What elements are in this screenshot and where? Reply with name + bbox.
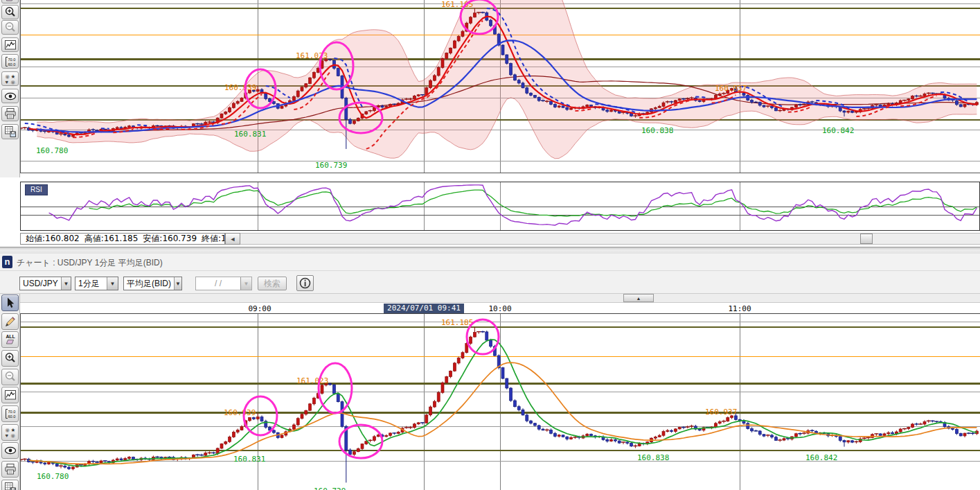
grid-save-icon <box>3 125 17 139</box>
svg-text:160.842: 160.842 <box>822 126 854 135</box>
svg-text:70.0: 70.0 <box>8 410 15 414</box>
scale-range-icon: 70.060.0 <box>3 407 17 421</box>
chart-type-value: 平均足(BID) <box>124 278 174 290</box>
favorites-button[interactable]: ◉★♥◉ <box>1 424 19 441</box>
svg-text:ALL: ALL <box>6 334 15 339</box>
info-button[interactable] <box>296 275 314 291</box>
erase-all-button[interactable]: ALL <box>1 331 19 348</box>
svg-text:161.023: 161.023 <box>296 376 328 385</box>
info-icon <box>299 277 311 289</box>
print-button[interactable] <box>1 461 19 478</box>
svg-text:160.937: 160.937 <box>705 408 737 417</box>
svg-text:160.939: 160.939 <box>224 408 256 417</box>
print-icon <box>3 462 17 476</box>
bottom-chart-pane: n チャート : USD/JPY 1分足 平均足(BID) USD/JPY ▼ … <box>0 254 980 490</box>
time-axis-label: 09:00 <box>248 304 271 313</box>
favorites-icon: ◉★♥◉ <box>3 426 17 439</box>
zoom-out-icon <box>3 21 17 35</box>
time-axis-label: 10:00 <box>488 304 511 313</box>
favorites-button[interactable]: ◉★♥◉ <box>1 71 19 86</box>
print-button[interactable] <box>1 106 19 121</box>
rsi-label-badge: RSI <box>25 184 48 195</box>
trading-app-window: ALL70.060.0◉★♥◉ 161.185161.023160.939160… <box>0 0 980 490</box>
scrollbar-track[interactable] <box>240 233 980 245</box>
svg-text:160.780: 160.780 <box>36 146 68 155</box>
timeframe-value: 1分足 <box>75 278 107 290</box>
search-button[interactable]: 検索 <box>258 277 287 290</box>
close-value: 終値:161.101 <box>202 233 225 245</box>
chevron-down-icon: ▼ <box>61 277 71 290</box>
zoom-out-icon <box>3 370 17 384</box>
svg-text:161.185: 161.185 <box>441 318 473 327</box>
zoom-in-button[interactable] <box>1 350 19 367</box>
select-cursor-icon <box>3 296 17 310</box>
zoom-in-button[interactable] <box>1 5 19 19</box>
scrollbar-left-arrow[interactable]: ◄ <box>225 233 240 245</box>
top-price-chart-canvas[interactable]: 161.185161.023160.939160.937160.780160.8… <box>20 0 980 173</box>
scale-range-icon: 70.060.0 <box>3 55 17 69</box>
app-logo: n <box>2 256 12 268</box>
svg-text:160.780: 160.780 <box>37 472 69 481</box>
zoom-out-button[interactable] <box>1 20 19 35</box>
collapse-pane-button[interactable]: ▲ <box>623 294 654 302</box>
erase-all-icon: ALL <box>3 333 17 347</box>
grid-save-button[interactable] <box>1 480 19 490</box>
chart-type-select[interactable]: 平均足(BID) ▼ <box>123 277 182 290</box>
pencil-button[interactable] <box>1 313 19 330</box>
date-picker-field[interactable]: / / ▼ <box>195 277 252 290</box>
view-eye-button[interactable] <box>1 442 19 459</box>
view-eye-icon <box>3 444 17 457</box>
rsi-indicator-panel[interactable] <box>20 182 980 231</box>
scale-range-button[interactable]: 70.060.0 <box>1 405 19 422</box>
pane-splitter[interactable] <box>0 247 980 254</box>
chart-title-bar: n チャート : USD/JPY 1分足 平均足(BID) <box>0 254 980 271</box>
grid-save-icon <box>3 481 17 490</box>
symbol-value: USD/JPY <box>20 279 61 288</box>
scrollbar-thumb[interactable] <box>860 234 873 244</box>
chevron-down-icon: ▼ <box>174 277 181 290</box>
timeframe-select[interactable]: 1分足 ▼ <box>75 277 118 290</box>
erase-all-partial-button[interactable]: ALL <box>1 0 19 3</box>
line-chart-button[interactable] <box>1 387 19 403</box>
line-chart-button[interactable] <box>1 37 19 52</box>
high-value: 高値:161.185 <box>84 233 139 245</box>
svg-text:160.838: 160.838 <box>641 126 673 135</box>
pencil-icon <box>3 315 17 329</box>
grid-save-button[interactable] <box>1 124 19 139</box>
svg-text:♥: ♥ <box>5 79 8 85</box>
bottom-price-chart-canvas[interactable]: 161.185161.023160.939160.937160.780160.8… <box>20 313 980 490</box>
chart-toolbar: USD/JPY ▼ 1分足 ▼ 平均足(BID) ▼ / / ▼ 検索 <box>0 271 980 294</box>
line-chart-icon <box>3 388 17 402</box>
time-axis-label: 11:00 <box>728 304 751 313</box>
svg-text:◉: ◉ <box>10 432 15 439</box>
selected-time-badge: 2024/07/01 09:41 <box>384 304 464 313</box>
svg-text:60.0: 60.0 <box>8 414 15 419</box>
view-eye-button[interactable] <box>1 89 19 103</box>
scale-range-button[interactable]: 70.060.0 <box>1 54 19 69</box>
view-eye-icon <box>3 89 17 103</box>
svg-text:160.937: 160.937 <box>715 84 747 93</box>
zoom-in-icon <box>3 6 17 19</box>
symbol-select[interactable]: USD/JPY ▼ <box>19 277 71 290</box>
zoom-in-icon <box>3 351 17 365</box>
print-icon <box>3 107 17 121</box>
erase-all-partial-icon: ALL <box>3 0 17 3</box>
svg-text:160.838: 160.838 <box>637 453 669 462</box>
chart-title: チャート : USD/JPY 1分足 平均足(BID) <box>17 257 163 269</box>
svg-text:60.0: 60.0 <box>8 62 15 66</box>
top-tool-sidebar: ALL70.060.0◉★♥◉ <box>0 0 20 177</box>
line-chart-icon <box>3 38 17 52</box>
ohlc-values: 始値:160.802 高値:161.185 安値:160.739 終値:161.… <box>20 233 225 245</box>
select-cursor-button[interactable] <box>1 295 19 311</box>
svg-text:160.831: 160.831 <box>234 130 266 139</box>
svg-text:160.739: 160.739 <box>315 161 347 170</box>
svg-text:♥: ♥ <box>5 432 8 439</box>
zoom-out-button[interactable] <box>1 369 19 385</box>
bottom-tool-sidebar: ALL70.060.0◉★♥◉ <box>0 294 20 490</box>
chevron-down-icon: ▼ <box>107 277 118 290</box>
top-chart-pane: ALL70.060.0◉★♥◉ 161.185161.023160.939160… <box>0 0 980 247</box>
svg-text:160.939: 160.939 <box>224 83 256 92</box>
svg-text:160.739: 160.739 <box>314 487 346 490</box>
svg-text:160.842: 160.842 <box>805 453 837 462</box>
svg-text:◉: ◉ <box>10 79 15 85</box>
